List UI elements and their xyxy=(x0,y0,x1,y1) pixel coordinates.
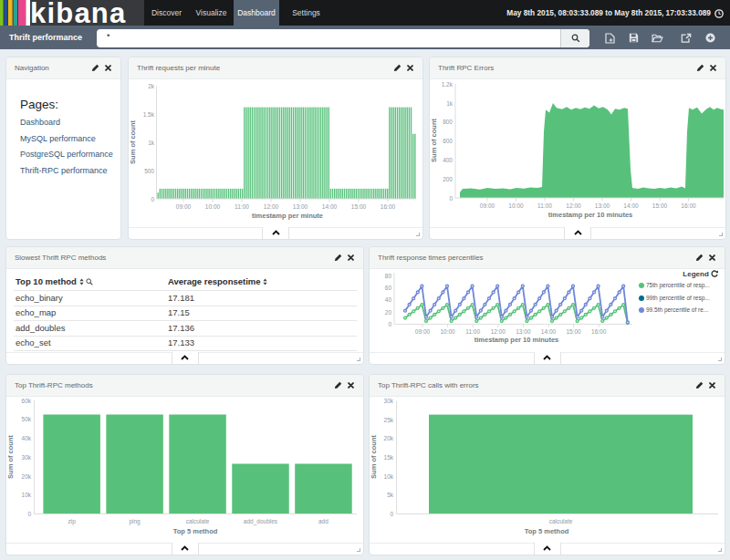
svg-text:20k: 20k xyxy=(22,473,32,480)
svg-text:2k: 2k xyxy=(148,83,155,89)
svg-text:20: 20 xyxy=(385,309,392,316)
svg-text:500: 500 xyxy=(144,168,154,174)
svg-text:0: 0 xyxy=(390,511,393,517)
svg-text:30k: 30k xyxy=(384,398,394,404)
svg-text:timestamp per minute: timestamp per minute xyxy=(252,212,323,220)
svg-text:timestamp per 10 minutes: timestamp per 10 minutes xyxy=(474,336,559,344)
svg-text:10:00: 10:00 xyxy=(508,202,524,209)
svg-text:zip: zip xyxy=(68,518,76,525)
svg-text:14:00: 14:00 xyxy=(541,328,557,335)
svg-text:10k: 10k xyxy=(22,492,32,498)
svg-text:60: 60 xyxy=(385,285,392,291)
svg-text:15:00: 15:00 xyxy=(351,203,367,210)
svg-text:40k: 40k xyxy=(22,435,32,441)
svg-text:11:00: 11:00 xyxy=(465,328,480,335)
svg-text:14:00: 14:00 xyxy=(623,202,639,209)
svg-text:11:00: 11:00 xyxy=(537,202,552,209)
svg-text:calculate: calculate xyxy=(549,518,573,524)
svg-text:1k: 1k xyxy=(148,140,155,146)
svg-text:16:00: 16:00 xyxy=(681,202,696,209)
svg-text:calculate: calculate xyxy=(186,518,210,524)
svg-text:14:00: 14:00 xyxy=(322,203,338,210)
svg-text:400: 400 xyxy=(443,157,453,163)
svg-text:50k: 50k xyxy=(22,416,32,422)
svg-text:30k: 30k xyxy=(22,454,32,461)
svg-text:0: 0 xyxy=(388,321,391,327)
svg-text:0: 0 xyxy=(449,195,453,202)
svg-text:5k: 5k xyxy=(387,492,394,498)
svg-text:timestamp per 10 minutes: timestamp per 10 minutes xyxy=(548,211,633,219)
svg-text:ping: ping xyxy=(129,518,141,525)
svg-text:add: add xyxy=(318,518,328,524)
svg-text:600: 600 xyxy=(443,138,453,144)
svg-text:15:00: 15:00 xyxy=(566,328,581,335)
svg-text:40: 40 xyxy=(385,296,392,303)
svg-text:0: 0 xyxy=(27,511,31,517)
svg-text:15k: 15k xyxy=(384,454,394,461)
svg-text:0: 0 xyxy=(151,196,154,202)
svg-text:13:00: 13:00 xyxy=(516,328,531,335)
svg-text:11:00: 11:00 xyxy=(235,203,249,210)
svg-text:800: 800 xyxy=(443,119,453,125)
svg-text:80: 80 xyxy=(385,273,392,279)
svg-text:15:00: 15:00 xyxy=(652,202,668,209)
svg-text:60k: 60k xyxy=(22,398,32,404)
svg-text:10:00: 10:00 xyxy=(440,328,455,335)
svg-text:12:00: 12:00 xyxy=(264,203,279,210)
svg-text:200: 200 xyxy=(443,176,453,182)
svg-text:Sum of count: Sum of count xyxy=(430,119,438,162)
svg-text:13:00: 13:00 xyxy=(293,203,308,210)
svg-text:12:00: 12:00 xyxy=(566,202,581,209)
svg-text:13:00: 13:00 xyxy=(595,202,610,209)
svg-text:add_doubles: add_doubles xyxy=(244,518,278,525)
svg-text:Top 5 method: Top 5 method xyxy=(173,527,218,535)
svg-text:1.5k: 1.5k xyxy=(143,111,155,118)
svg-text:1k: 1k xyxy=(446,100,454,107)
svg-text:16:00: 16:00 xyxy=(381,203,396,210)
svg-text:Sum of count: Sum of count xyxy=(370,435,378,479)
svg-text:20k: 20k xyxy=(384,435,394,441)
svg-text:16:00: 16:00 xyxy=(591,328,607,335)
svg-text:Top 5 method: Top 5 method xyxy=(525,527,569,535)
svg-text:10:00: 10:00 xyxy=(205,203,221,210)
svg-text:09:00: 09:00 xyxy=(415,328,431,335)
svg-text:09:00: 09:00 xyxy=(176,203,192,210)
svg-text:1.2k: 1.2k xyxy=(442,81,454,88)
svg-text:12:00: 12:00 xyxy=(491,328,506,335)
svg-text:10k: 10k xyxy=(384,473,394,480)
svg-text:25k: 25k xyxy=(384,417,394,423)
svg-text:Sum of count: Sum of count xyxy=(129,120,137,164)
svg-text:Sum of count: Sum of count xyxy=(6,435,15,479)
svg-text:09:00: 09:00 xyxy=(480,202,495,209)
